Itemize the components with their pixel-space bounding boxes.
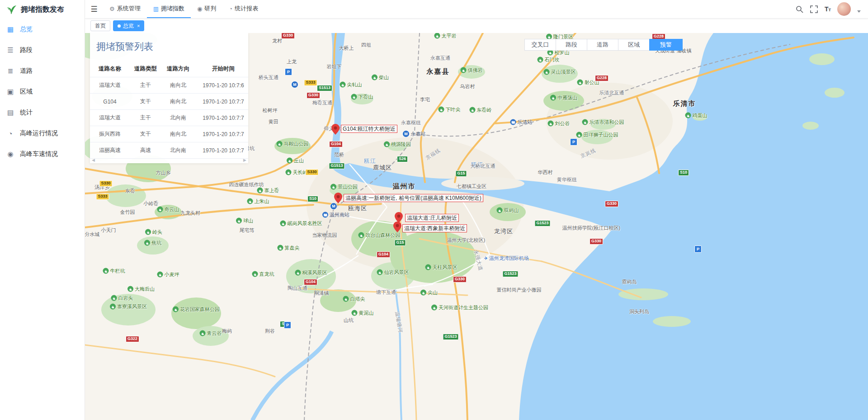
fullscreen-icon[interactable] — [810, 5, 818, 13]
map-label: 岩坦下 — [327, 63, 342, 70]
table-cell: 主干 — [130, 110, 161, 126]
road-shield: G104 — [377, 251, 390, 258]
warning-map-label[interactable]: G104:瓯江特大桥附近 — [341, 125, 397, 133]
sidebar-item-region[interactable]: ▣区域 — [0, 81, 85, 102]
table-scroll-left[interactable]: ◀ — [92, 158, 95, 162]
road-shield: G330 — [453, 276, 467, 283]
map-label: ▲马鞍山公园 — [277, 141, 309, 147]
warning-panel: 拥堵预警列表 道路名称道路类型道路方向开始时间拥堵距离 温瑞大道主干南向北197… — [90, 33, 248, 163]
map-label-text: 乐清市清和公园 — [590, 119, 624, 126]
map-label-text: 华西村 — [538, 169, 553, 176]
sidebar-item-label: 总览 — [20, 25, 33, 33]
mountain-icon: ▲ — [286, 170, 292, 175]
table-cell: 振兴西路 — [90, 126, 130, 142]
avatar[interactable] — [837, 2, 851, 16]
tab[interactable]: 总览× — [113, 20, 144, 31]
road-shield: G322 — [126, 336, 139, 342]
sidebar-item-peak-run[interactable]: ◔高峰运行情况 — [0, 123, 85, 144]
warning-pin-icon[interactable] — [334, 193, 342, 205]
mountain-icon: ▲ — [548, 121, 554, 127]
warning-pin-icon[interactable] — [331, 124, 340, 137]
map-label: ▲岷岗风景名胜区 — [280, 220, 322, 227]
mountain-icon: ▲ — [351, 94, 357, 100]
map-label-text: 上朱山 — [255, 198, 269, 205]
mountain-icon: ▲ — [157, 207, 163, 212]
mountain-icon: ▲ — [200, 330, 206, 336]
road-shield: S333 — [304, 80, 317, 86]
map-label-text: 下岙山 — [359, 94, 373, 100]
map-label: 龙村 — [272, 38, 282, 44]
map-label: ▲青云谷 — [200, 330, 222, 337]
sidebar-item-road[interactable]: ≣道路 — [0, 61, 85, 81]
map-label: 四连碾造纸作坊 — [229, 181, 264, 188]
table-row[interactable]: 温丽高速高速北向南1970-1-20 10:7:70.5875 — [90, 142, 248, 159]
map-label: ▲乐清市清和公园 — [582, 119, 624, 126]
map-control-button[interactable]: 预警 — [649, 39, 683, 51]
menu-collapse-icon[interactable]: ☰ — [85, 0, 103, 18]
warning-map-label[interactable]: 温瑞大道:庄儿桥附近 — [405, 214, 459, 222]
topnav-item[interactable]: ◉研判 — [191, 0, 222, 18]
map-label: ▲尖山 — [420, 289, 438, 296]
map-label: ▲石门坎 — [538, 57, 560, 63]
tab[interactable]: 首页 — [90, 20, 110, 31]
mountain-icon: ▲ — [544, 69, 550, 75]
map-label: 龙湾区 — [494, 227, 513, 236]
map-label-text: 天河街道计生主题公园 — [439, 304, 488, 311]
table-scroll-right[interactable]: ▶ — [243, 158, 246, 162]
map-label-text: 上龙 — [287, 58, 297, 65]
app-logo-row: 拥堵指数发布 — [0, 0, 85, 19]
mountain-icon: ▲ — [252, 271, 258, 277]
map-label-text: 岷岗风景名胜区 — [288, 220, 322, 227]
table-cell: 支干 — [130, 126, 161, 142]
map-label-text: 田垟狮子山公园 — [584, 132, 618, 138]
warning-pin-icon[interactable] — [393, 222, 401, 234]
mountain-icon: ▲ — [550, 95, 556, 101]
search-icon[interactable] — [796, 5, 804, 13]
map-label-text: 黄华枢纽 — [557, 176, 577, 183]
table-row[interactable]: G104支干南向北1970-1-20 10:7:71.194 — [90, 94, 248, 110]
parking-icon: P — [694, 245, 702, 253]
mountain-icon: ▲ — [582, 119, 588, 125]
tab-close-icon[interactable]: × — [137, 23, 140, 28]
sidebar-item-peak-speed[interactable]: ◉高峰车速情况 — [0, 144, 85, 165]
map-control-button[interactable]: 路段 — [556, 39, 587, 51]
map-control-button[interactable]: 交叉口 — [524, 39, 556, 51]
warning-map-label[interactable]: 温瑞大道:西象新丰桥附近 — [402, 224, 467, 232]
topnav-item[interactable]: ▥拥堵指数 — [147, 0, 191, 18]
road-shield: G15 — [394, 240, 406, 246]
topnav-item[interactable]: ◔统计报表 — [222, 0, 264, 18]
table-cell: 北向南 — [161, 110, 195, 126]
map-control-button[interactable]: 道路 — [587, 39, 618, 51]
sidebar-item-segment[interactable]: ☰路段 — [0, 40, 85, 61]
sidebar-item-stats[interactable]: ▤统计 — [0, 102, 85, 123]
map-label-text: 置信时尚产业小微园 — [497, 287, 542, 293]
warning-map-label[interactable]: 温丽高速:一新桥附近, 桩号位置(温丽高速 K10M600附近) — [344, 194, 483, 202]
warning-panel-title: 拥堵预警列表 — [90, 33, 248, 61]
road-shield: G330 — [590, 238, 603, 245]
map-label: 李宅 — [420, 96, 430, 103]
warning-table-wrap[interactable]: 道路名称道路类型道路方向开始时间拥堵距离 温瑞大道主干南向北1970-1-20 … — [90, 61, 248, 159]
chevron-down-icon[interactable] — [857, 10, 861, 13]
table-cell: 南向北 — [161, 94, 195, 110]
table-row[interactable]: 振兴西路支干南向北1970-1-20 10:7:70.604 — [90, 126, 248, 142]
map-label: 塘下互通 — [376, 289, 396, 296]
table-row[interactable]: 温瑞大道主干北向南1970-1-20 10:7:70.626 — [90, 110, 248, 126]
sidebar-item-overview[interactable]: ▦总览 — [0, 19, 85, 40]
map-label: 九龙头村 — [180, 210, 200, 217]
mountain-icon: ▲ — [257, 188, 263, 193]
stats-icon: ▤ — [6, 109, 14, 117]
table-cell: 1970-1-20 10:7:7 — [195, 142, 248, 159]
table-row[interactable]: 温瑞大道主干南向北1970-1-20 10:7:60.562 — [90, 77, 248, 94]
map-label-text: 中雁荡山 — [557, 94, 577, 101]
map-label: 乐清北互通 — [599, 90, 624, 96]
topnav-item[interactable]: ⚙系统管理 — [103, 0, 147, 18]
font-size-icon[interactable]: TT — [825, 5, 831, 13]
map-control-button[interactable]: 区域 — [618, 39, 650, 51]
map-label-text: 当家物流园 — [312, 232, 337, 239]
map-label: 方山乡 — [156, 170, 171, 176]
map-label: ▲鸡蛋山 — [685, 112, 708, 119]
map-label-text: 九龙头村 — [180, 210, 200, 217]
map-label-text: 山坑 — [344, 317, 354, 324]
mountain-icon: ▲ — [111, 295, 117, 301]
map-label-text: 算盘尖 — [285, 245, 300, 251]
